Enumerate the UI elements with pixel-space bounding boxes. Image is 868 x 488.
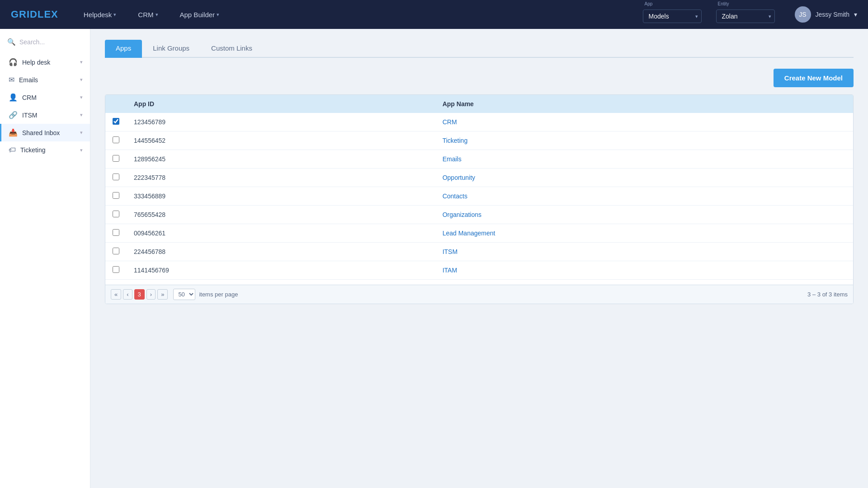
table-row: 224456788ITSM (105, 243, 853, 261)
th-app-id: App ID (127, 95, 435, 113)
sidebar-item-shared-inbox-label: Shared Inbox (22, 129, 60, 136)
row-checkbox-cell[interactable] (105, 206, 127, 224)
sidebar-item-ticketing[interactable]: 🏷 Ticketing ▾ (0, 141, 90, 159)
per-page-select[interactable]: 50 25 10 (173, 289, 195, 300)
checkbox-row-3[interactable] (113, 155, 119, 162)
checkbox-row-4[interactable] (113, 174, 119, 180)
sidebar-item-crm[interactable]: 👤 CRM ▾ (0, 89, 90, 106)
row-app-id: 765655428 (127, 206, 435, 224)
row-app-name[interactable]: ITAM (435, 261, 853, 280)
nav-app-builder[interactable]: App Builder ▾ (176, 9, 223, 20)
nav-helpdesk[interactable]: Helpdesk ▾ (80, 9, 120, 20)
table-row: 333456889Contacts (105, 187, 853, 206)
app-table-wrapper: App ID App Name 123456789CRM144556452Tic… (105, 94, 854, 304)
itsm-chevron: ▾ (80, 112, 83, 118)
table-row: 144556452Ticketing (105, 131, 853, 150)
row-app-id: 144556452 (127, 131, 435, 150)
row-app-id: 128956245 (127, 150, 435, 169)
sidebar-item-itsm-label: ITSM (22, 112, 37, 119)
app-selector-select[interactable]: Models CRM Ticketing (643, 9, 702, 23)
pagination-last[interactable]: » (157, 289, 168, 300)
entity-selector-select[interactable]: Zolan Other Entity (716, 9, 775, 23)
brand-logo: GRIDLEX (11, 9, 58, 20)
row-app-name[interactable]: ITSM (435, 243, 853, 261)
row-app-name[interactable]: Contacts (435, 187, 853, 206)
nav-app-builder-chevron: ▾ (217, 12, 219, 18)
row-app-name[interactable]: Opportunity (435, 169, 853, 187)
tab-custom-links[interactable]: Custom Links (200, 40, 263, 58)
nav-app-builder-label: App Builder (180, 11, 215, 19)
row-app-name[interactable]: CRM (435, 113, 853, 131)
user-menu[interactable]: JS Jessy Smith ▾ (795, 6, 857, 23)
table-header-row: App ID App Name (105, 95, 853, 113)
row-app-id: 334456723 (127, 280, 435, 285)
row-app-name[interactable]: ITIL (435, 280, 853, 285)
pagination-bar: « ‹ 3 › » 50 25 10 items per page 3 – 3 … (105, 285, 853, 304)
row-checkbox-cell[interactable] (105, 187, 127, 206)
row-app-id: 222345778 (127, 169, 435, 187)
row-checkbox-cell[interactable] (105, 131, 127, 150)
pagination-prev[interactable]: ‹ (123, 289, 132, 300)
nav-crm-label: CRM (138, 11, 153, 19)
search-input[interactable] (19, 38, 83, 46)
row-checkbox-cell[interactable] (105, 169, 127, 187)
checkbox-row-1[interactable] (113, 118, 119, 125)
checkbox-row-7[interactable] (113, 229, 119, 236)
table-row: 009456261Lead Management (105, 224, 853, 243)
sidebar-item-shared-inbox[interactable]: 📥 Shared Inbox ▾ (0, 124, 90, 141)
brand-name-part2: LEX (38, 9, 58, 20)
th-app-name: App Name (435, 95, 853, 113)
row-app-id: 123456789 (127, 113, 435, 131)
shared-inbox-icon: 📥 (9, 128, 18, 137)
row-checkbox-cell[interactable] (105, 224, 127, 243)
nav-helpdesk-chevron: ▾ (113, 12, 116, 18)
row-app-name[interactable]: Organizations (435, 206, 853, 224)
pagination-count: 3 – 3 of 3 items (807, 291, 848, 298)
row-checkbox-cell[interactable] (105, 150, 127, 169)
table-row: 128956245Emails (105, 150, 853, 169)
toolbar: Create New Model (105, 69, 854, 87)
emails-chevron: ▾ (80, 77, 83, 83)
checkbox-row-5[interactable] (113, 192, 119, 199)
th-checkbox (105, 95, 127, 113)
nav-crm[interactable]: CRM ▾ (134, 9, 161, 20)
row-app-id: 333456889 (127, 187, 435, 206)
pagination-first[interactable]: « (111, 289, 121, 300)
table-row: 1141456769ITAM (105, 261, 853, 280)
entity-selector-box[interactable]: Zolan Other Entity ▾ (716, 9, 775, 23)
row-app-name[interactable]: Emails (435, 150, 853, 169)
sidebar-item-emails[interactable]: ✉ Emails ▾ (0, 71, 90, 89)
checkbox-row-2[interactable] (113, 136, 119, 143)
sidebar-item-itsm[interactable]: 🔗 ITSM ▾ (0, 106, 90, 124)
helpdesk-chevron: ▾ (80, 59, 83, 65)
row-checkbox-cell[interactable] (105, 243, 127, 261)
nav-helpdesk-label: Helpdesk (84, 11, 112, 19)
sidebar-item-ticketing-label: Ticketing (20, 146, 46, 154)
emails-icon: ✉ (9, 75, 14, 84)
app-selector-label: App (645, 1, 653, 6)
table-scroll-area[interactable]: App ID App Name 123456789CRM144556452Tic… (105, 95, 853, 285)
table-body: 123456789CRM144556452Ticketing128956245E… (105, 113, 853, 285)
row-checkbox-cell[interactable] (105, 261, 127, 280)
app-selector-box[interactable]: Models CRM Ticketing ▾ (643, 9, 702, 23)
row-app-name[interactable]: Lead Management (435, 224, 853, 243)
checkbox-row-8[interactable] (113, 248, 119, 254)
crm-icon: 👤 (9, 93, 18, 102)
create-new-model-button[interactable]: Create New Model (774, 69, 854, 87)
pagination-current[interactable]: 3 (134, 289, 145, 300)
checkbox-row-9[interactable] (113, 266, 119, 273)
checkbox-row-6[interactable] (113, 211, 119, 217)
tab-link-groups[interactable]: Link Groups (142, 40, 200, 58)
sidebar: 🔍 🎧 Help desk ▾ ✉ Emails ▾ 👤 CRM ▾ (0, 29, 90, 488)
tab-apps[interactable]: Apps (105, 40, 142, 58)
pagination-next[interactable]: › (146, 289, 156, 300)
row-app-id: 1141456769 (127, 261, 435, 280)
per-page-label: items per page (199, 291, 238, 298)
crm-chevron: ▾ (80, 94, 83, 100)
sidebar-item-helpdesk[interactable]: 🎧 Help desk ▾ (0, 53, 90, 71)
row-app-name[interactable]: Ticketing (435, 131, 853, 150)
row-checkbox-cell[interactable] (105, 113, 127, 131)
table-row: 222345778Opportunity (105, 169, 853, 187)
row-checkbox-cell[interactable] (105, 280, 127, 285)
topnav: GRIDLEX Helpdesk ▾ CRM ▾ App Builder ▾ A… (0, 0, 868, 29)
